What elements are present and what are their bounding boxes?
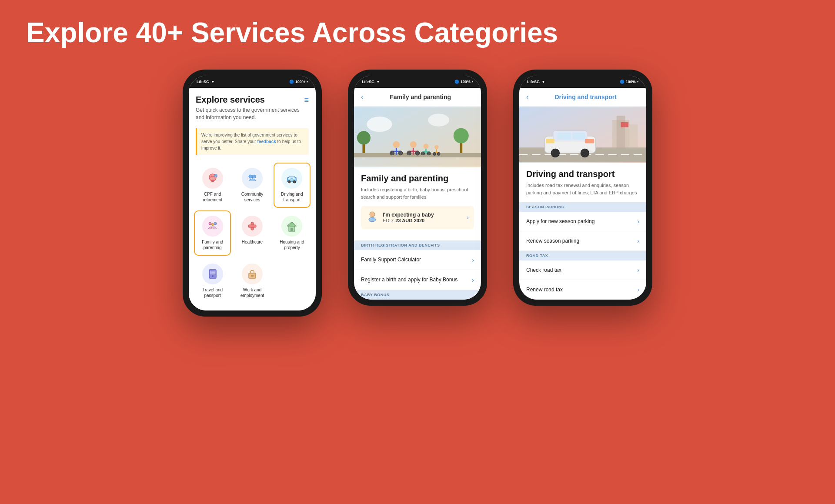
housing-label: Housing andproperty: [280, 239, 304, 250]
phone-2-header: ‹ Family and parenting: [354, 88, 481, 107]
phone-1-content: Explore services Get quick access to the…: [189, 88, 316, 310]
register-birth-item[interactable]: Register a birth and apply for Baby Bonu…: [354, 270, 481, 290]
svg-point-13: [214, 222, 217, 225]
phone-1-title: Explore services: [196, 95, 304, 105]
check-road-tax-item[interactable]: Check road tax ›: [519, 260, 646, 280]
svg-point-37: [393, 141, 400, 148]
category-healthcare[interactable]: Healthcare: [234, 210, 271, 256]
phone-3-status-left: LifeSG ▾: [527, 80, 544, 84]
category-family[interactable]: Family andparenting: [194, 210, 231, 256]
healthcare-icon: [242, 216, 263, 237]
phone-3-category-title: Driving and transport: [526, 169, 639, 179]
svg-point-33: [357, 131, 371, 145]
category-housing[interactable]: Housing andproperty: [274, 210, 311, 256]
back-arrow-icon[interactable]: ‹: [361, 93, 363, 101]
renew-season-parking-text: Renew season parking: [526, 238, 637, 244]
expecting-baby-card[interactable]: I'm expecting a baby EDD: 23 AUG 2020 ›: [361, 206, 474, 229]
hamburger-icon[interactable]: ≡: [304, 96, 309, 105]
phone-1-statusbar: LifeSG ▾ 🔵 100% ▪: [189, 76, 316, 88]
phone-2-status-left: LifeSG ▾: [362, 80, 379, 84]
apply-season-parking-item[interactable]: Apply for new season parking ›: [519, 212, 646, 231]
svg-point-24: [212, 275, 214, 277]
expecting-text: I'm expecting a baby EDD: 23 AUG 2020: [383, 212, 462, 223]
phone-3-statusbar: LifeSG ▾ 🔵 100% ▪: [519, 76, 646, 88]
category-community[interactable]: Communityservices: [234, 163, 271, 208]
svg-point-56: [437, 153, 440, 156]
phone-1: LifeSG ▾ 🔵 100% ▪ Explore services Get q…: [183, 70, 322, 317]
svg-point-35: [454, 128, 469, 144]
category-cpf[interactable]: $ CPF andretirement: [194, 163, 231, 208]
check-road-tax-chevron-icon: ›: [637, 267, 639, 274]
expecting-chevron-icon: ›: [467, 214, 469, 221]
phone-2-category-desc: Includes registering a birth, baby bonus…: [361, 186, 474, 200]
svg-point-52: [434, 145, 439, 150]
svg-point-47: [424, 144, 429, 149]
svg-point-50: [421, 152, 425, 155]
phone-3-screen: LifeSG ▾ 🔵 100% ▪ ‹ Driving and transpor…: [519, 76, 646, 300]
svg-point-9: [293, 180, 296, 183]
register-birth-text: Register a birth and apply for Baby Bonu…: [361, 276, 472, 284]
phone-3: LifeSG ▾ 🔵 100% ▪ ‹ Driving and transpor…: [513, 70, 652, 306]
svg-text:$: $: [214, 174, 216, 177]
svg-rect-10: [288, 178, 291, 179]
svg-rect-21: [291, 228, 293, 231]
travel-label: Travel andpassport: [202, 287, 223, 298]
phone-3-category-desc: Includes road tax renewal and enquiries,…: [526, 182, 639, 196]
svg-point-41: [398, 151, 403, 156]
svg-point-67: [551, 149, 559, 157]
svg-point-55: [433, 153, 436, 156]
expecting-label: I'm expecting a baby: [383, 212, 462, 218]
check-road-tax-text: Check road tax: [526, 267, 637, 273]
family-icon: [202, 216, 223, 237]
cpf-icon: $: [202, 168, 223, 189]
svg-point-57: [370, 212, 375, 217]
svg-rect-73: [621, 122, 629, 127]
phone-1-notice: We're improving the list of government s…: [196, 128, 309, 155]
back-arrow-icon-3[interactable]: ‹: [526, 93, 528, 101]
svg-point-51: [427, 152, 431, 155]
birth-registration-header: BIRTH REGISTRATION AND BENEFITS: [354, 240, 481, 250]
cpf-label: CPF andretirement: [203, 191, 222, 203]
page-title: Explore 40+ Services Across Categories: [26, 17, 809, 48]
phone-1-subtitle: Get quick access to the government servi…: [196, 107, 304, 121]
svg-rect-23: [210, 271, 215, 274]
svg-point-31: [428, 114, 449, 127]
housing-icon: [281, 216, 302, 237]
category-work[interactable]: Work andemployment: [234, 258, 271, 304]
svg-rect-69: [558, 133, 571, 140]
svg-point-12: [209, 222, 211, 225]
svg-marker-19: [287, 222, 297, 226]
svg-point-68: [581, 149, 589, 157]
community-icon: [242, 168, 263, 189]
phone-3-header-title: Driving and transport: [532, 93, 639, 100]
work-label: Work andemployment: [240, 287, 264, 298]
svg-point-45: [407, 151, 411, 156]
phone-2: LifeSG ▾ 🔵 100% ▪ ‹ Family and parenting: [348, 70, 487, 306]
renew-road-tax-item[interactable]: Renew road tax ›: [519, 280, 646, 300]
list-chevron-icon: ›: [472, 257, 474, 264]
renew-season-parking-item[interactable]: Renew season parking ›: [519, 231, 646, 251]
driving-icon: [281, 168, 302, 189]
phone-1-status-left: LifeSG ▾: [197, 80, 214, 84]
phone-1-status-right: 🔵 100% ▪: [289, 80, 308, 84]
phone-2-statusbar: LifeSG ▾ 🔵 100% ▪: [354, 76, 481, 88]
svg-point-40: [390, 151, 394, 156]
family-support-calculator-item[interactable]: Family Support Calculator ›: [354, 250, 481, 270]
expecting-date: EDD: 23 AUG 2020: [383, 218, 462, 223]
renew-season-chevron-icon: ›: [637, 237, 639, 244]
category-travel[interactable]: Travel andpassport: [194, 258, 231, 304]
healthcare-label: Healthcare: [242, 239, 263, 245]
svg-point-42: [410, 141, 417, 148]
phone-1-categories-grid: $ CPF andretirement Communityservices: [189, 158, 316, 310]
svg-rect-70: [573, 133, 585, 140]
phone-1-header: Explore services Get quick access to the…: [189, 88, 316, 125]
family-label: Family andparenting: [202, 239, 223, 250]
svg-rect-71: [546, 139, 554, 144]
svg-point-46: [415, 151, 420, 156]
feedback-link[interactable]: feedback: [257, 139, 276, 144]
phone-3-status-right: 🔵 100% ▪: [620, 80, 638, 84]
category-driving[interactable]: Driving andtransport: [274, 163, 311, 208]
svg-point-58: [369, 217, 376, 222]
phones-container: LifeSG ▾ 🔵 100% ▪ Explore services Get q…: [26, 70, 809, 317]
phone-1-screen: LifeSG ▾ 🔵 100% ▪ Explore services Get q…: [189, 76, 316, 310]
